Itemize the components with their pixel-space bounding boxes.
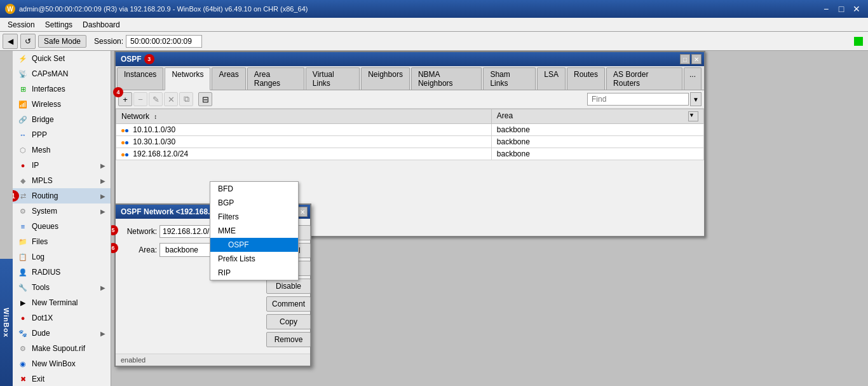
row-icon-2 — [121, 141, 128, 144]
tab-networks[interactable]: Networks — [165, 67, 210, 90]
dot-orange-3 — [121, 153, 125, 156]
tab-routes[interactable]: Routes — [567, 67, 605, 90]
submenu-filters[interactable]: Filters — [210, 210, 298, 224]
queues-icon: ≡ — [18, 221, 28, 231]
maximize-button[interactable]: □ — [835, 3, 848, 15]
table-row[interactable]: 10.30.1.0/30 backbone — [116, 136, 704, 148]
ospf-window-title: OSPF 3 — [118, 54, 154, 64]
find-dropdown[interactable]: ▼ — [690, 92, 702, 106]
ospf-close-button[interactable]: ✕ — [691, 54, 702, 64]
system-icon: ⚙ — [18, 206, 28, 216]
tab-instances[interactable]: Instances — [117, 67, 163, 90]
submenu-rip[interactable]: RIP — [210, 266, 298, 280]
system-arrow: ▶ — [100, 208, 105, 215]
sidebar-item-mesh[interactable]: ⬡ Mesh — [13, 142, 111, 158]
content-area: BFD BGP Filters MME OSPF Prefix Lists RI… — [111, 51, 868, 386]
routing-arrow: ▶ — [100, 193, 105, 200]
sidebar-item-bridge[interactable]: 🔗 Bridge — [13, 112, 111, 127]
app-icon: W — [5, 4, 15, 14]
badge-6: 6 — [111, 243, 118, 253]
submenu-mme[interactable]: MME — [210, 224, 298, 238]
sidebar-item-make-supout[interactable]: ⚙ Make Supout.rif — [13, 341, 111, 356]
col-network[interactable]: Network ↕ — [116, 109, 492, 124]
connection-indicator — [854, 37, 863, 46]
window-title: admin@50:00:00:02:00:09 (R3) via 192.168… — [19, 5, 308, 13]
sidebar-label-make-supout: Make Supout.rif — [32, 344, 105, 353]
menu-settings[interactable]: Settings — [40, 19, 78, 31]
submenu-bfd[interactable]: BFD — [210, 182, 298, 196]
copy-toolbar-button[interactable]: ⧉ — [179, 92, 193, 106]
tab-as-border-routers[interactable]: AS Border Routers — [606, 67, 682, 90]
tools-icon: 🔧 — [18, 282, 28, 293]
tab-more[interactable]: ... — [684, 67, 702, 90]
remove-button[interactable]: − — [133, 92, 147, 106]
safe-mode-button[interactable]: Safe Mode — [38, 35, 86, 48]
find-input[interactable] — [587, 93, 689, 106]
ospf-restore-button[interactable]: □ — [680, 54, 690, 64]
sidebar-item-mpls[interactable]: ◆ MPLS ▶ — [13, 173, 111, 188]
badge-5: 5 — [111, 225, 118, 235]
sidebar-item-exit[interactable]: ✖ Exit — [13, 371, 111, 386]
tab-sham-links[interactable]: Sham Links — [483, 67, 536, 90]
filter-button[interactable]: ⊟ — [198, 92, 212, 106]
menu-dashboard[interactable]: Dashboard — [78, 19, 125, 31]
minimize-button[interactable]: − — [820, 3, 832, 15]
tab-nbma-neighbors[interactable]: NBMA Neighbors — [411, 67, 482, 90]
col-area[interactable]: Area ▼ — [491, 109, 703, 124]
sidebar-item-capsman[interactable]: 📡 CAPsMAN — [13, 66, 111, 81]
dialog-close-button[interactable]: ✕ — [297, 207, 308, 217]
sidebar-item-quick-set[interactable]: ⚡ Quick Set — [13, 51, 111, 66]
bridge-icon: 🔗 — [18, 114, 28, 125]
badge-3: 3 — [144, 54, 154, 64]
back-button[interactable]: ◀ — [3, 34, 18, 49]
sidebar-item-files[interactable]: 📁 Files — [13, 234, 111, 249]
disable-button[interactable]: Disable — [266, 279, 311, 294]
submenu-ospf[interactable]: OSPF — [210, 238, 298, 252]
submenu-prefix-lists[interactable]: Prefix Lists — [210, 252, 298, 266]
table-row[interactable]: 192.168.12.0/24 backbone — [116, 148, 704, 160]
tab-neighbors[interactable]: Neighbors — [361, 67, 410, 90]
capsman-icon: 📡 — [18, 69, 28, 79]
sidebar-item-ppp[interactable]: ↔ PPP — [13, 127, 111, 142]
sidebar-label-wireless: Wireless — [32, 100, 105, 109]
tab-areas[interactable]: Areas — [212, 67, 245, 90]
dialog-status: enabled — [116, 354, 310, 366]
sidebar-item-radius[interactable]: 👤 RADIUS — [13, 265, 111, 280]
close-button[interactable]: ✕ — [850, 3, 863, 15]
sidebar-label-dot1x: Dot1X — [32, 314, 105, 322]
sidebar-item-dot1x[interactable]: ● Dot1X — [13, 310, 111, 326]
sidebar-label-new-terminal: New Terminal — [32, 298, 105, 307]
sidebar-item-ip[interactable]: ● IP ▶ — [13, 158, 111, 173]
tab-virtual-links[interactable]: Virtual Links — [306, 67, 360, 90]
remove-button[interactable]: Remove — [266, 332, 311, 347]
sidebar-item-routing[interactable]: 1 ⇄ Routing ▶ — [13, 188, 111, 203]
comment-button[interactable]: Comment — [266, 296, 311, 312]
column-dropdown[interactable]: ▼ — [688, 111, 698, 121]
sidebar-label-mpls: MPLS — [32, 176, 100, 185]
delete-button[interactable]: ✕ — [164, 92, 178, 106]
sidebar-label-mesh: Mesh — [32, 146, 105, 155]
ospf-window-toolbar: 4 + − ✎ ✕ ⧉ ⊟ ▼ — [116, 90, 704, 109]
sidebar-item-new-winbox[interactable]: ◉ New WinBox — [13, 356, 111, 371]
ppp-icon: ↔ — [18, 130, 28, 140]
sidebar-item-dude[interactable]: 🐾 Dude ▶ — [13, 326, 111, 341]
tab-lsa[interactable]: LSA — [537, 67, 566, 90]
tab-area-ranges[interactable]: Area Ranges — [247, 67, 304, 90]
sidebar-item-interfaces[interactable]: ⊞ Interfaces — [13, 81, 111, 97]
sidebar-item-new-terminal[interactable]: ▶ New Terminal — [13, 295, 111, 310]
table-row[interactable]: 10.10.1.0/30 backbone — [116, 124, 704, 136]
sidebar-item-tools[interactable]: 🔧 Tools ▶ — [13, 280, 111, 295]
new-winbox-icon: ◉ — [18, 359, 28, 369]
dot-blue-3 — [125, 153, 128, 156]
menu-session[interactable]: Session — [3, 19, 40, 31]
copy-button[interactable]: Copy — [266, 314, 311, 329]
sidebar-item-log[interactable]: 📋 Log — [13, 249, 111, 265]
session-label: Session: — [94, 37, 123, 46]
sidebar-item-queues[interactable]: ≡ Queues — [13, 219, 111, 234]
sidebar-item-wireless[interactable]: 📶 Wireless — [13, 97, 111, 112]
sidebar-item-system[interactable]: ⚙ System ▶ — [13, 203, 111, 219]
networks-table: Network ↕ Area ▼ — [116, 109, 704, 160]
edit-button[interactable]: ✎ — [149, 92, 163, 106]
submenu-bgp[interactable]: BGP — [210, 196, 298, 210]
forward-button[interactable]: ↺ — [20, 34, 36, 49]
